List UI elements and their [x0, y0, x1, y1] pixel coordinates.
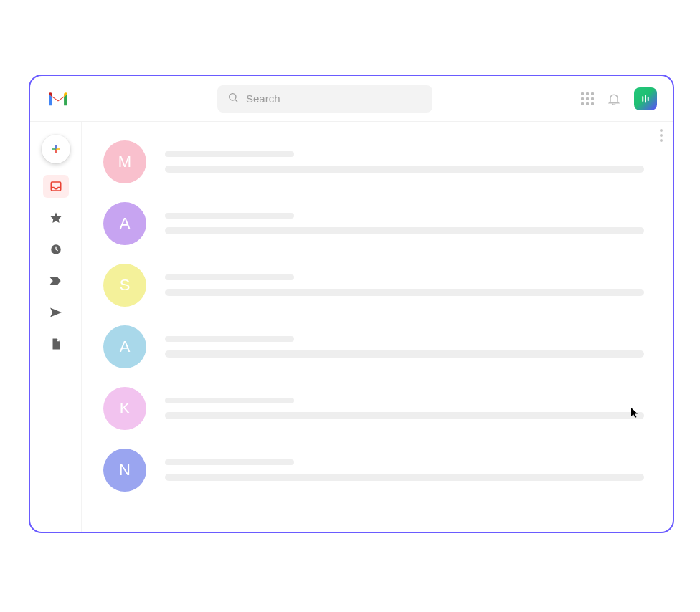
- search-box[interactable]: [217, 85, 432, 113]
- sidebar-item-inbox[interactable]: [43, 175, 69, 198]
- more-options-icon[interactable]: [660, 129, 663, 142]
- profile-avatar[interactable]: [634, 87, 657, 110]
- gmail-logo-icon: [47, 90, 69, 107]
- notifications-icon[interactable]: [607, 92, 621, 106]
- email-preview-lines: [165, 213, 644, 234]
- subject-placeholder: [165, 398, 294, 403]
- sidebar-item-important[interactable]: [43, 269, 69, 292]
- subject-placeholder: [165, 459, 294, 465]
- svg-point-0: [230, 93, 236, 100]
- main-panel: MASAKN: [82, 122, 673, 532]
- email-row[interactable]: M: [103, 140, 644, 183]
- email-row[interactable]: N: [103, 449, 644, 492]
- body-placeholder: [165, 227, 644, 234]
- sender-avatar: A: [103, 202, 146, 245]
- email-preview-lines: [165, 398, 644, 419]
- body: MASAKN: [30, 122, 673, 532]
- sender-avatar: S: [103, 264, 146, 307]
- svg-line-1: [235, 100, 237, 102]
- compose-button[interactable]: [42, 135, 70, 163]
- email-row[interactable]: A: [103, 325, 644, 368]
- email-row[interactable]: S: [103, 264, 644, 307]
- email-preview-lines: [165, 459, 644, 481]
- search-icon: [227, 92, 239, 106]
- sender-avatar: A: [103, 325, 146, 368]
- email-preview-lines: [165, 336, 644, 358]
- subject-placeholder: [165, 274, 294, 280]
- email-row[interactable]: K: [103, 387, 644, 430]
- sidebar-item-drafts[interactable]: [43, 333, 69, 355]
- email-list: MASAKN: [103, 140, 644, 492]
- sidebar-item-snoozed[interactable]: [43, 238, 69, 261]
- subject-placeholder: [165, 151, 294, 157]
- subject-placeholder: [165, 213, 294, 219]
- sidebar: [30, 122, 82, 532]
- sidebar-item-sent[interactable]: [43, 301, 69, 324]
- header-actions: [581, 87, 657, 110]
- app-window: MASAKN: [29, 75, 674, 533]
- body-placeholder: [165, 412, 644, 419]
- sender-avatar: M: [103, 140, 146, 183]
- subject-placeholder: [165, 336, 294, 342]
- apps-grid-icon[interactable]: [581, 92, 594, 105]
- body-placeholder: [165, 166, 644, 173]
- sender-avatar: N: [103, 449, 146, 492]
- email-row[interactable]: A: [103, 202, 644, 245]
- sidebar-item-starred[interactable]: [43, 206, 69, 229]
- body-placeholder: [165, 289, 644, 296]
- body-placeholder: [165, 350, 644, 358]
- body-placeholder: [165, 474, 644, 481]
- email-preview-lines: [165, 274, 644, 296]
- sender-avatar: K: [103, 387, 146, 430]
- header: [30, 76, 673, 122]
- email-preview-lines: [165, 151, 644, 173]
- search-input[interactable]: [246, 92, 422, 105]
